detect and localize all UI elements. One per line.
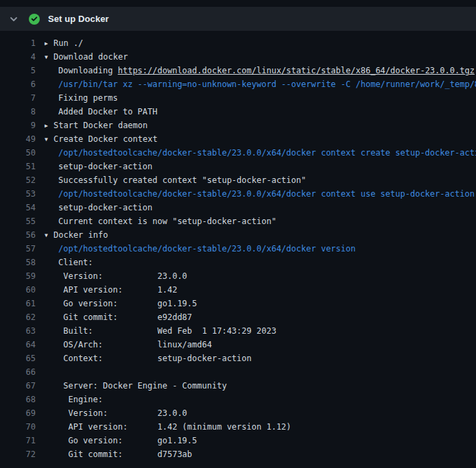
line-number[interactable]: 60	[0, 283, 36, 297]
line-number[interactable]: 58	[0, 256, 36, 269]
line-content	[45, 365, 58, 379]
line-number[interactable]: 57	[0, 242, 36, 256]
log-line: 60 API version: 1.42	[0, 283, 476, 297]
triangle-down-icon[interactable]: ▼	[45, 229, 53, 242]
line-number[interactable]: 55	[0, 214, 36, 228]
line-content: Go version: go1.19.5	[45, 434, 197, 447]
actions-log-page: Set up Docker 1 ▶Run ./ 4 ▼Download dock…	[0, 0, 476, 468]
line-number[interactable]: 49	[0, 132, 36, 146]
line-content: Fixing perms	[45, 91, 118, 105]
log-line: 61 Go version: go1.19.5	[0, 297, 476, 310]
line-number[interactable]: 54	[0, 201, 36, 214]
line-number[interactable]: 71	[0, 434, 36, 447]
line-content: Client:	[45, 256, 93, 269]
log-line: 68 Engine:	[0, 393, 476, 406]
log-line: 66	[0, 365, 476, 379]
log-url-link[interactable]: https://download.docker.com/linux/static…	[118, 66, 475, 75]
line-content: Successfully created context "setup-dock…	[45, 173, 306, 187]
log-line: 65 Context: setup-docker-action	[0, 352, 476, 365]
line-number[interactable]: 70	[0, 420, 36, 434]
triangle-down-icon[interactable]: ▼	[45, 133, 53, 146]
check-circle-icon	[29, 14, 40, 25]
log-line: 57 /opt/hostedtoolcache/docker-stable/23…	[0, 242, 476, 256]
log-group-toggle[interactable]: ▶Start Docker daemon	[45, 119, 147, 132]
line-number[interactable]: 68	[0, 393, 36, 406]
log-line: 55 Current context is now "setup-docker-…	[0, 214, 476, 228]
log-line: 62 Git commit: e92dd87	[0, 310, 476, 324]
triangle-right-icon[interactable]: ▶	[45, 37, 53, 50]
log-group-toggle[interactable]: ▼Docker info	[45, 228, 108, 242]
line-number[interactable]: 7	[0, 91, 36, 105]
line-content: /opt/hostedtoolcache/docker-stable/23.0.…	[45, 187, 475, 201]
log-line: 59 Version: 23.0.0	[0, 269, 476, 283]
line-content: Context: setup-docker-action	[45, 352, 252, 365]
line-content: Current context is now "setup-docker-act…	[45, 214, 276, 228]
log-line: 1 ▶Run ./	[0, 36, 476, 50]
log-line: 5 Downloading https://download.docker.co…	[0, 64, 476, 77]
log-line: 9 ▶Start Docker daemon	[0, 119, 476, 132]
log-line: 63 Built: Wed Feb 1 17:43:29 2023	[0, 324, 476, 338]
log-line: 69 Version: 23.0.0	[0, 406, 476, 420]
log-line: 70 API version: 1.42 (minimum version 1.…	[0, 420, 476, 434]
log-line: 67 Server: Docker Engine - Community	[0, 379, 476, 393]
line-content: setup-docker-action	[45, 160, 152, 173]
line-number[interactable]: 56	[0, 228, 36, 242]
line-number[interactable]: 67	[0, 379, 36, 393]
line-content: Built: Wed Feb 1 17:43:29 2023	[45, 324, 276, 338]
log-line: 4 ▼Download docker	[0, 50, 476, 64]
line-number[interactable]: 63	[0, 324, 36, 338]
step-header[interactable]: Set up Docker	[0, 7, 476, 31]
log-line: 7 Fixing perms	[0, 91, 476, 105]
line-content: Version: 23.0.0	[45, 406, 187, 420]
log-line: 54 setup-docker-action	[0, 201, 476, 214]
line-number[interactable]: 64	[0, 338, 36, 352]
line-number[interactable]: 53	[0, 187, 36, 201]
line-number[interactable]: 5	[0, 64, 36, 77]
line-number[interactable]: 51	[0, 160, 36, 173]
chevron-down-icon[interactable]	[8, 14, 19, 25]
line-number[interactable]: 65	[0, 352, 36, 365]
log-line: 52 Successfully created context "setup-d…	[0, 173, 476, 187]
line-number[interactable]: 8	[0, 105, 36, 119]
log-line: 50 /opt/hostedtoolcache/docker-stable/23…	[0, 146, 476, 160]
line-content: Git commit: e92dd87	[45, 310, 192, 324]
log-group-toggle[interactable]: ▶Run ./	[45, 36, 83, 50]
line-content: OS/Arch: linux/amd64	[45, 338, 212, 352]
log-group-toggle[interactable]: ▼Create Docker context	[45, 132, 158, 146]
log-container: 1 ▶Run ./ 4 ▼Download docker 5 Downloadi…	[0, 31, 476, 461]
line-number[interactable]: 66	[0, 365, 36, 379]
line-number[interactable]: 50	[0, 146, 36, 160]
line-content: Downloading https://download.docker.com/…	[45, 64, 475, 77]
triangle-down-icon[interactable]: ▼	[45, 51, 53, 64]
log-line: 8 Added Docker to PATH	[0, 105, 476, 119]
line-number[interactable]: 52	[0, 173, 36, 187]
line-content: API version: 1.42	[45, 283, 177, 297]
line-number[interactable]: 9	[0, 119, 36, 132]
line-number[interactable]: 1	[0, 36, 36, 50]
line-content: Server: Docker Engine - Community	[45, 379, 227, 393]
line-content: /usr/bin/tar xz --warning=no-unknown-key…	[45, 77, 476, 91]
log-line: 53 /opt/hostedtoolcache/docker-stable/23…	[0, 187, 476, 201]
line-number[interactable]: 69	[0, 406, 36, 420]
log-line: 72 Git commit: d7573ab	[0, 447, 476, 461]
line-number[interactable]: 59	[0, 269, 36, 283]
line-number[interactable]: 61	[0, 297, 36, 310]
line-number[interactable]: 4	[0, 50, 36, 64]
log-line: 49 ▼Create Docker context	[0, 132, 476, 146]
line-number[interactable]: 72	[0, 447, 36, 461]
log-group-toggle[interactable]: ▼Download docker	[45, 50, 128, 64]
line-content: setup-docker-action	[45, 201, 152, 214]
log-line: 64 OS/Arch: linux/amd64	[0, 338, 476, 352]
line-content: /opt/hostedtoolcache/docker-stable/23.0.…	[45, 242, 355, 256]
line-number[interactable]: 62	[0, 310, 36, 324]
log-line: 51 setup-docker-action	[0, 160, 476, 173]
line-content: Go version: go1.19.5	[45, 297, 197, 310]
line-content: Added Docker to PATH	[45, 105, 158, 119]
triangle-right-icon[interactable]: ▶	[45, 119, 53, 132]
step-title: Set up Docker	[48, 14, 109, 24]
line-content: /opt/hostedtoolcache/docker-stable/23.0.…	[45, 146, 476, 160]
line-number[interactable]: 6	[0, 77, 36, 91]
line-content: API version: 1.42 (minimum version 1.12)	[45, 420, 291, 434]
line-content: Git commit: d7573ab	[45, 447, 192, 461]
line-content: Version: 23.0.0	[45, 269, 187, 283]
